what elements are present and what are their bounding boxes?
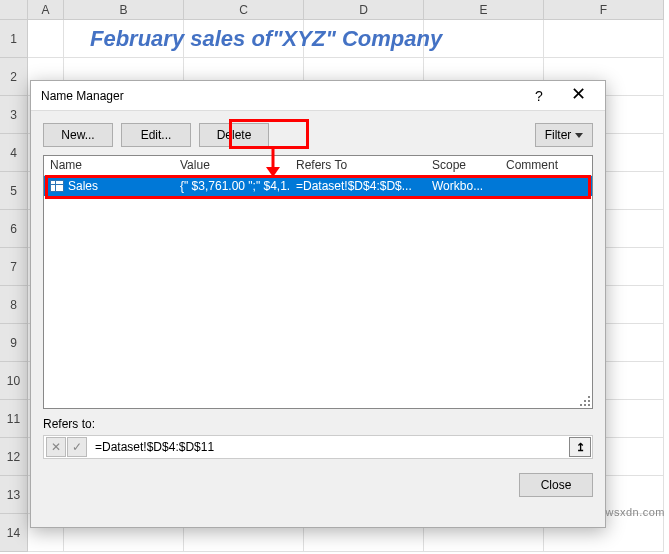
row-header-13[interactable]: 13 [0,476,28,514]
row-header-4[interactable]: 4 [0,134,28,172]
new-button[interactable]: New... [43,123,113,147]
name-manager-dialog: Name Manager ? ✕ New... Edit... Delete F… [30,80,606,528]
row-header-10[interactable]: 10 [0,362,28,400]
refers-to-section: Refers to: ✕ ✓ ↥ [43,417,593,459]
row-name-cell: Sales [44,179,174,193]
edit-button[interactable]: Edit... [121,123,191,147]
name-row-sales[interactable]: Sales {" $3,761.00 ";" $4,1... =Dataset!… [44,176,592,196]
row-header-12[interactable]: 12 [0,438,28,476]
dialog-titlebar[interactable]: Name Manager ? ✕ [31,81,605,111]
col-header-d[interactable]: D [304,0,424,20]
names-list[interactable]: Name Value Refers To Scope Comment Sales… [43,155,593,409]
row-header-3[interactable]: 3 [0,96,28,134]
refers-to-row: ✕ ✓ ↥ [43,435,593,459]
col-header-b[interactable]: B [64,0,184,20]
header-scope[interactable]: Scope [426,156,500,175]
row-header-6[interactable]: 6 [0,210,28,248]
help-button[interactable]: ? [521,82,557,110]
delete-button[interactable]: Delete [199,123,269,147]
col-header-c[interactable]: C [184,0,304,20]
watermark: wsxdn.com [605,506,665,518]
filter-button[interactable]: Filter [535,123,593,147]
column-headers: A B C D E F [0,0,669,20]
row-scope-cell: Workbo... [426,179,500,193]
header-comment[interactable]: Comment [500,156,592,175]
list-headers: Name Value Refers To Scope Comment [44,156,592,176]
row-name-text: Sales [68,179,98,193]
table-icon [50,180,64,192]
col-header-e[interactable]: E [424,0,544,20]
header-refers[interactable]: Refers To [290,156,426,175]
refers-to-label: Refers to: [43,417,593,431]
cancel-ref-button: ✕ [46,437,66,457]
sheet-title: February sales of"XYZ" Company [90,26,442,52]
resize-grip-icon[interactable] [580,396,590,406]
row-header-1[interactable]: 1 [0,20,28,58]
close-button[interactable]: Close [519,473,593,497]
row-header-11[interactable]: 11 [0,400,28,438]
col-header-a[interactable]: A [28,0,64,20]
col-header-f[interactable]: F [544,0,664,20]
row-header-5[interactable]: 5 [0,172,28,210]
dialog-toolbar: New... Edit... Delete Filter [31,111,605,155]
row-header-14[interactable]: 14 [0,514,28,552]
row-header-9[interactable]: 9 [0,324,28,362]
confirm-ref-button: ✓ [67,437,87,457]
row-value-cell: {" $3,761.00 ";" $4,1... [174,179,290,193]
collapse-dialog-button[interactable]: ↥ [569,437,591,457]
header-value[interactable]: Value [174,156,290,175]
refers-to-input[interactable] [89,440,568,454]
row-header-2[interactable]: 2 [0,58,28,96]
row-headers: 1 2 3 4 5 6 7 8 9 10 11 12 13 14 [0,20,28,552]
select-all-corner[interactable] [0,0,28,20]
close-icon[interactable]: ✕ [557,82,599,110]
row-header-8[interactable]: 8 [0,286,28,324]
row-header-7[interactable]: 7 [0,248,28,286]
dialog-title: Name Manager [41,89,521,103]
dialog-footer: Close [31,459,605,497]
row-refers-cell: =Dataset!$D$4:$D$... [290,179,426,193]
header-name[interactable]: Name [44,156,174,175]
